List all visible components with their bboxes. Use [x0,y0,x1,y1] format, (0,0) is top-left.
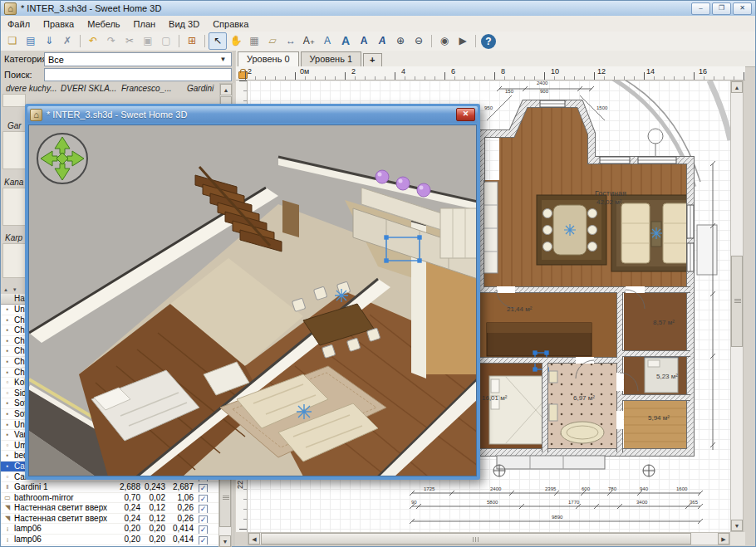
create-dimensions-icon[interactable]: ↔ [282,32,300,50]
scrollbar-thumb[interactable] [261,533,691,545]
add-text-icon[interactable]: A₊ [300,32,318,50]
ruler-mark: 16 [699,67,707,76]
catalog-item-label[interactable]: Kana [4,178,23,187]
pan-icon[interactable]: ✋ [227,32,245,50]
zoom-in-icon[interactable]: ⊕ [391,32,410,50]
3d-view[interactable] [28,125,477,476]
help-icon[interactable]: ? [481,34,496,49]
search-input[interactable] [44,68,232,81]
horizontal-ruler: -20м246810121416 [236,66,745,81]
3d-window-title-bar[interactable]: ⌂ * INTER_3.sh3d - Sweet Home 3D ✕ [27,106,478,123]
catalog-thumbnail[interactable] [2,94,26,107]
tab-level-1[interactable]: Уровень 1 [301,51,362,66]
create-rooms-icon[interactable]: ▱ [263,32,282,50]
open-icon[interactable]: ▤ [22,32,40,50]
cut-icon[interactable]: ✂ [120,32,139,50]
category-dropdown[interactable]: Все ▼ [44,52,232,66]
furniture-row[interactable]: ◥ Настенная светит вверх 0,24 0,12 0,26 … [1,503,218,514]
furniture-height: 2,687 [167,482,194,491]
catalog-thumbnail[interactable] [2,243,26,278]
3d-navigation-compass[interactable] [37,134,87,183]
preferences-icon[interactable]: ✗ [58,32,76,50]
copy-icon[interactable]: ▣ [139,32,157,50]
menu-3d-view[interactable]: Вид 3D [162,17,206,31]
catalog-item-label[interactable]: Gardini [187,84,214,93]
visible-checkbox[interactable]: ✓ [199,484,208,493]
furniture-icon: ▪ [2,369,12,376]
paste-icon[interactable]: ▢ [157,32,175,50]
catalog-item-label[interactable]: Karp [5,233,22,242]
furniture-row[interactable]: ‖ Gardini 1 2,688 0,243 2,687 ✓ [1,482,218,493]
furniture-name: Ch [14,346,25,355]
plan-vertical-scrollbar[interactable]: ▲ ▼ [730,81,744,532]
splitter-down-icon[interactable]: ▼ [12,287,17,292]
close-button[interactable]: ✕ [733,2,752,15]
catalog-item-label[interactable]: Francesco_... [121,84,172,93]
plan-horizontal-scrollbar[interactable]: ◀ ▶ [248,532,730,545]
decrease-text-size-icon[interactable]: A [318,32,336,50]
furniture-name: Ch [14,325,25,335]
close-icon[interactable]: ✕ [456,108,475,121]
visible-checkbox[interactable]: ✓ [199,525,208,535]
furniture-icon: ‖ [2,483,12,491]
room-label: 5,23 м² [656,373,678,380]
menu-help[interactable]: Справка [206,17,255,31]
visible-checkbox[interactable]: ✓ [199,536,208,545]
scroll-right-icon[interactable]: ▶ [718,533,729,545]
visible-checkbox[interactable]: ✓ [199,505,208,514]
furniture-row[interactable]: ◥ Настенная светит вверх 0,24 0,12 0,26 … [1,514,218,525]
furniture-width: 0,20 [110,535,140,544]
menu-furniture[interactable]: Мебель [81,17,126,31]
menu-edit[interactable]: Правка [37,17,81,31]
catalog-item-label[interactable]: DVERI SKLA... [61,84,116,93]
toolbar-icon[interactable] [201,32,209,50]
create-walls-icon[interactable]: ▦ [245,32,263,50]
select-icon[interactable]: ↖ [209,32,227,50]
menu-plan[interactable]: План [127,17,163,31]
furniture-row[interactable]: ▭ bathroom-mirror 0,70 0,02 1,06 ✓ [1,493,218,504]
visible-checkbox[interactable]: ✓ [199,495,208,504]
catalog-item-label[interactable]: dvere kuchy... [6,84,57,93]
ruler-mark: 4 [401,67,405,76]
zoom-out-icon[interactable]: ⊖ [410,32,428,50]
tab-level-0[interactable]: Уровень 0 [238,51,299,67]
visible-checkbox[interactable]: ✓ [199,515,208,525]
add-furniture-icon[interactable]: ⊞ [183,32,201,50]
scroll-left-icon[interactable]: ◀ [248,533,260,545]
undo-icon[interactable]: ↶ [84,32,102,50]
menu-file[interactable]: Файл [1,17,37,31]
3d-window-title: * INTER_3.sh3d - Sweet Home 3D [47,110,456,120]
scroll-down-icon[interactable]: ▼ [219,535,231,547]
furniture-name: Настенная светит вверх [14,514,107,523]
redo-icon[interactable]: ↷ [102,32,120,50]
add-level-button[interactable]: + [363,53,381,66]
dimension-label: 940 [640,486,648,491]
bold-icon[interactable]: A [355,32,373,50]
furniture-row[interactable]: ¡ lamp06 0,20 0,20 0,414 ✓ [1,524,218,535]
scroll-up-icon[interactable]: ▲ [220,84,232,95]
toolbar-icon[interactable] [175,32,183,50]
furniture-depth: 0,12 [142,514,165,523]
save-icon[interactable]: ⇓ [40,32,58,50]
photo-icon[interactable]: ◉ [435,32,454,50]
toolbar-icon[interactable] [428,32,435,50]
furniture-icon: ▪ [2,431,12,438]
minimize-button[interactable]: – [691,2,710,15]
toolbar-icon[interactable] [76,32,84,50]
restore-button[interactable]: ❐ [712,2,731,15]
scroll-down-icon[interactable]: ▼ [731,520,743,531]
toolbar-icon[interactable] [472,32,479,50]
video-icon[interactable]: ▶ [454,32,472,50]
catalog-thumbnail[interactable] [2,131,26,169]
catalog-thumbnail[interactable] [2,188,26,226]
3d-view-window[interactable]: ⌂ * INTER_3.sh3d - Sweet Home 3D ✕ [25,104,480,480]
splitter-up-icon[interactable]: ▲ [3,287,8,292]
new-document-icon[interactable]: ❏ [3,32,22,50]
furniture-icon: ▫ [2,442,12,449]
scroll-up-icon[interactable]: ▲ [731,81,743,93]
increase-text-size-icon[interactable]: A [336,32,355,50]
italic-icon[interactable]: A [373,32,391,50]
ruler-mark: -2 [245,67,252,76]
furniture-row[interactable]: ¡ lamp06 0,20 0,20 0,414 ✓ [1,535,218,545]
catalog-item-label[interactable]: Gar [7,121,22,130]
